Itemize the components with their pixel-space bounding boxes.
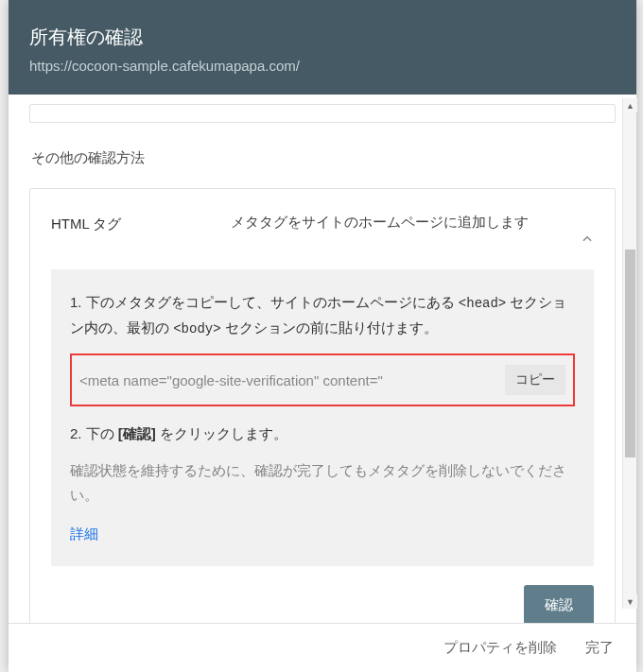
other-methods-label: その他の確認方法 [29,149,616,167]
step1-text: 1. 下のメタタグをコピーして、サイトのホームページにある <head> セクシ… [70,290,575,340]
method-name: HTML タグ [51,210,231,233]
method-desc: メタタグをサイトのホームページに追加します [231,210,581,234]
delete-property-button[interactable]: プロパティを削除 [443,639,557,657]
done-button[interactable]: 完了 [585,639,614,657]
instruction-box: 1. 下のメタタグをコピーして、サイトのホームページにある <head> セクシ… [51,269,594,566]
scroll-up-icon[interactable]: ▲ [623,98,637,112]
dialog-body: その他の確認方法 HTML タグ メタタグをサイトのホームページに追加します 1… [9,95,636,623]
meta-snippet[interactable]: <meta name="google-site-verification" co… [79,372,497,388]
copy-button[interactable]: コピー [505,365,565,395]
html-tag-panel: HTML タグ メタタグをサイトのホームページに追加します 1. 下のメタタグを… [29,188,616,623]
dialog-title: 所有権の確認 [29,25,616,50]
scrollbar[interactable]: ▲ ▼ [622,98,636,609]
confirm-button[interactable]: 確認 [524,585,594,624]
previous-panel-stub [29,104,616,123]
dialog-header: 所有権の確認 https://cocoon-sample.cafekumapap… [9,0,636,95]
site-url: https://cocoon-sample.cafekumapapa.com/ [29,58,616,74]
meta-tag-row: <meta name="google-site-verification" co… [70,353,575,406]
scroll-down-icon[interactable]: ▼ [623,594,637,609]
step2-text: 2. 下の [確認] をクリックします。 [70,425,575,443]
dialog-footer: プロパティを削除 完了 [9,623,636,672]
panel-header: HTML タグ メタタグをサイトのホームページに追加します [51,210,594,249]
detail-link[interactable]: 詳細 [70,526,98,542]
retain-note: 確認状態を維持するために、確認が完了してもメタタグを削除しないでください。 [70,458,575,508]
scrollbar-thumb[interactable] [625,250,635,457]
confirm-row: 確認 [51,585,594,624]
chevron-up-icon[interactable] [581,210,594,249]
ownership-verify-dialog: 所有権の確認 https://cocoon-sample.cafekumapap… [9,0,636,672]
